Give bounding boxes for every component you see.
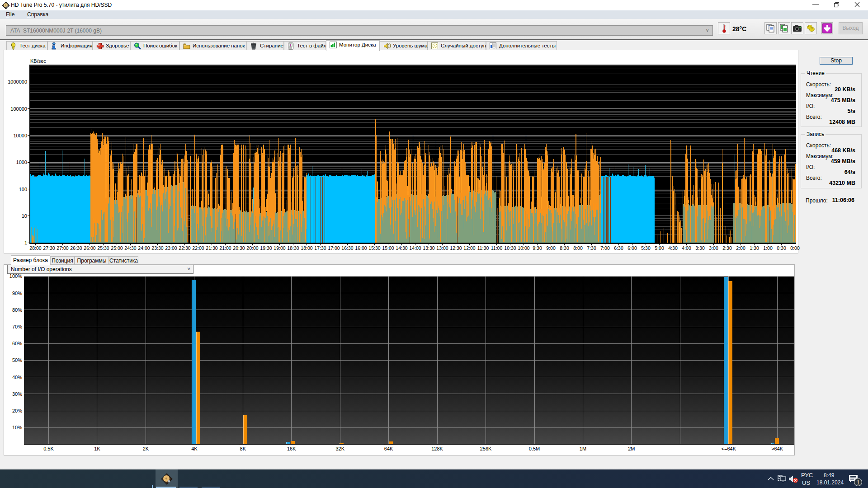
svg-text:10:30: 10:30 xyxy=(504,245,516,251)
svg-text:15:00: 15:00 xyxy=(382,245,394,251)
svg-text:3:00: 3:00 xyxy=(709,245,718,251)
svg-text:13:30: 13:30 xyxy=(423,245,434,251)
svg-text:100: 100 xyxy=(19,187,27,192)
svg-text:2:30: 2:30 xyxy=(722,245,732,251)
svg-text:1: 1 xyxy=(24,240,27,245)
svg-text:21:00: 21:00 xyxy=(219,245,231,251)
svg-text:80%: 80% xyxy=(12,307,22,313)
svg-text:32K: 32K xyxy=(335,446,344,451)
svg-text:20:00: 20:00 xyxy=(246,245,258,251)
svg-text:60%: 60% xyxy=(12,341,22,346)
svg-text:13:00: 13:00 xyxy=(436,245,448,251)
svg-text:1K: 1K xyxy=(94,446,100,451)
svg-text:5:00: 5:00 xyxy=(655,245,664,251)
svg-text:0:30: 0:30 xyxy=(777,245,786,251)
svg-text:0.5M: 0.5M xyxy=(529,446,540,451)
svg-text:18:00: 18:00 xyxy=(301,245,312,251)
svg-text:90%: 90% xyxy=(12,291,22,296)
svg-text:26:30: 26:30 xyxy=(70,245,82,251)
svg-text:14:30: 14:30 xyxy=(396,245,407,251)
svg-text:8:00: 8:00 xyxy=(573,245,583,251)
svg-text:20:30: 20:30 xyxy=(233,245,245,251)
svg-text:16:00: 16:00 xyxy=(355,245,367,251)
svg-text:1000: 1000 xyxy=(16,160,27,165)
svg-text:4K: 4K xyxy=(191,446,198,451)
svg-text:17:00: 17:00 xyxy=(328,245,340,251)
svg-text:100000: 100000 xyxy=(10,106,27,112)
svg-text:27:00: 27:00 xyxy=(57,245,68,251)
svg-text:256K: 256K xyxy=(480,446,492,451)
svg-text:4:00: 4:00 xyxy=(682,245,691,251)
svg-text:19:00: 19:00 xyxy=(274,245,285,251)
svg-text:4:30: 4:30 xyxy=(668,245,678,251)
svg-text:24:00: 24:00 xyxy=(138,245,150,251)
svg-text:64K: 64K xyxy=(384,446,393,451)
svg-text:1M: 1M xyxy=(580,446,586,451)
svg-text:11:30: 11:30 xyxy=(477,245,489,251)
svg-text:23:00: 23:00 xyxy=(165,245,177,251)
svg-text:2:00: 2:00 xyxy=(736,245,745,251)
svg-text:22:00: 22:00 xyxy=(192,245,204,251)
svg-text:16:30: 16:30 xyxy=(341,245,353,251)
svg-text:KB/sec: KB/sec xyxy=(30,58,46,64)
svg-text:7:30: 7:30 xyxy=(587,245,596,251)
svg-text:6:00: 6:00 xyxy=(627,245,637,251)
svg-text:>64K: >64K xyxy=(771,446,783,451)
svg-text:9:00: 9:00 xyxy=(546,245,556,251)
svg-text:2K: 2K xyxy=(143,446,149,451)
svg-text:28:00: 28:00 xyxy=(29,245,41,251)
svg-text:8K: 8K xyxy=(240,446,246,451)
svg-text:14:00: 14:00 xyxy=(409,245,421,251)
svg-text:1:00: 1:00 xyxy=(763,245,773,251)
svg-text:10%: 10% xyxy=(12,425,22,430)
svg-text:20%: 20% xyxy=(12,408,22,413)
svg-text:50%: 50% xyxy=(12,357,22,363)
svg-text:10: 10 xyxy=(22,213,27,219)
svg-text:27:30: 27:30 xyxy=(43,245,55,251)
svg-text:11:00: 11:00 xyxy=(491,245,503,251)
svg-text:1000000: 1000000 xyxy=(8,79,27,84)
svg-text:1:30: 1:30 xyxy=(750,245,759,251)
svg-text:23:30: 23:30 xyxy=(151,245,163,251)
svg-text:3:30: 3:30 xyxy=(695,245,705,251)
svg-text:70%: 70% xyxy=(12,324,22,329)
svg-text:40%: 40% xyxy=(12,375,22,380)
svg-text:16K: 16K xyxy=(287,446,296,451)
svg-text:15:30: 15:30 xyxy=(368,245,380,251)
svg-text:9:30: 9:30 xyxy=(533,245,542,251)
svg-text:12:30: 12:30 xyxy=(450,245,462,251)
svg-text:26:00: 26:00 xyxy=(84,245,95,251)
svg-text:22:30: 22:30 xyxy=(179,245,190,251)
svg-text:10000: 10000 xyxy=(13,133,27,138)
svg-text:21:30: 21:30 xyxy=(206,245,217,251)
svg-text:5:30: 5:30 xyxy=(641,245,651,251)
svg-text:25:30: 25:30 xyxy=(97,245,109,251)
svg-text:19:30: 19:30 xyxy=(260,245,272,251)
svg-text:17:30: 17:30 xyxy=(314,245,326,251)
svg-text:0:00: 0:00 xyxy=(790,245,800,251)
svg-text:8:30: 8:30 xyxy=(560,245,569,251)
svg-text:30%: 30% xyxy=(12,391,22,397)
svg-text:18:30: 18:30 xyxy=(287,245,299,251)
svg-text:<=64K: <=64K xyxy=(722,446,736,451)
svg-text:128K: 128K xyxy=(431,446,443,451)
svg-text:2M: 2M xyxy=(628,446,635,451)
svg-text:7:00: 7:00 xyxy=(600,245,610,251)
svg-text:25:00: 25:00 xyxy=(111,245,123,251)
svg-text:24:30: 24:30 xyxy=(124,245,136,251)
svg-text:6:30: 6:30 xyxy=(614,245,623,251)
svg-text:0.5K: 0.5K xyxy=(43,446,54,451)
svg-text:12:00: 12:00 xyxy=(463,245,475,251)
svg-text:100%: 100% xyxy=(9,273,22,279)
svg-text:1: 1 xyxy=(856,479,859,486)
svg-text:10:00: 10:00 xyxy=(518,245,529,251)
